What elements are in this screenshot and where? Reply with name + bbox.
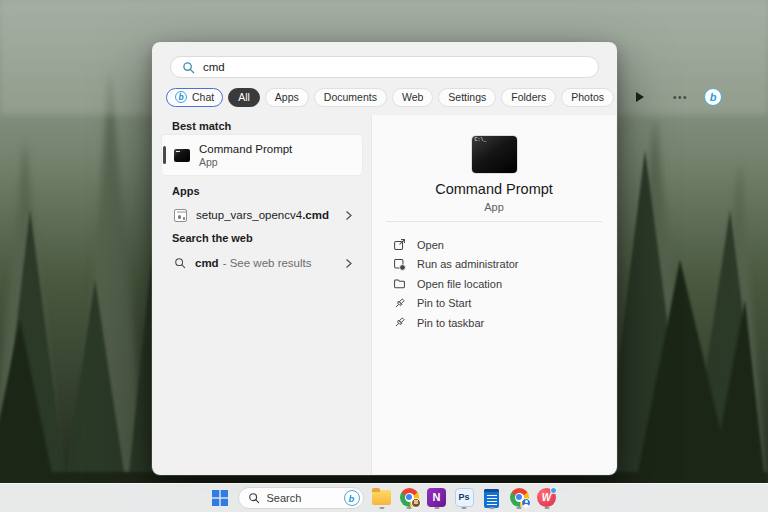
section-heading-search-web: Search the web bbox=[172, 232, 253, 244]
batch-file-icon bbox=[174, 209, 187, 222]
filter-tab-folders[interactable]: Folders bbox=[501, 88, 556, 107]
search-flyout: cmd b Chat All Apps Documents Web Settin… bbox=[152, 42, 617, 475]
result-web-search[interactable]: cmd - See web results bbox=[162, 249, 362, 277]
more-options-icon[interactable]: ••• bbox=[673, 92, 688, 103]
action-pin-to-taskbar[interactable]: Pin to taskbar bbox=[372, 313, 616, 333]
result-setup-vars-opencv4[interactable]: setup_vars_opencv4.cmd bbox=[162, 201, 362, 229]
result-title: Command Prompt bbox=[199, 142, 292, 156]
section-heading-apps: Apps bbox=[172, 185, 200, 197]
onenote-icon: N bbox=[427, 488, 446, 507]
chrome-icon bbox=[400, 488, 419, 507]
action-open[interactable]: Open bbox=[372, 235, 616, 255]
bing-icon[interactable]: b bbox=[704, 88, 722, 106]
filter-bar: b Chat All Apps Documents Web Settings F… bbox=[166, 87, 601, 107]
web-search-icon bbox=[174, 257, 186, 269]
action-pin-to-start[interactable]: Pin to Start bbox=[372, 294, 616, 314]
filter-tab-web[interactable]: Web bbox=[392, 88, 433, 107]
command-prompt-icon bbox=[174, 149, 190, 162]
photoshop-icon: Ps bbox=[455, 488, 474, 507]
preview-title: Command Prompt bbox=[372, 181, 616, 197]
file-ext: .cmd bbox=[302, 209, 329, 221]
expand-filters-icon[interactable] bbox=[636, 92, 644, 102]
divider bbox=[386, 221, 602, 222]
pin-icon bbox=[393, 297, 406, 310]
file-explorer-icon bbox=[372, 490, 391, 505]
folder-icon bbox=[393, 277, 406, 290]
filter-tab-documents[interactable]: Documents bbox=[314, 88, 387, 107]
desktop: cmd b Chat All Apps Documents Web Settin… bbox=[0, 0, 768, 512]
open-icon bbox=[393, 238, 406, 251]
web-suffix: - See web results bbox=[223, 257, 312, 269]
search-icon bbox=[248, 492, 260, 504]
action-label: Pin to Start bbox=[417, 297, 471, 309]
taskbar-chrome-profile-1[interactable] bbox=[400, 488, 419, 509]
action-label: Run as administrator bbox=[417, 258, 519, 270]
action-label: Pin to taskbar bbox=[417, 317, 484, 329]
taskbar-search-label: Search bbox=[267, 492, 337, 504]
command-prompt-large-icon bbox=[472, 136, 517, 173]
web-query: cmd bbox=[195, 257, 219, 269]
admin-icon bbox=[393, 258, 406, 271]
taskbar-wps-office[interactable]: W bbox=[537, 488, 556, 509]
bing-chat-icon: b bbox=[175, 91, 187, 103]
filter-tab-all[interactable]: All bbox=[228, 88, 260, 107]
result-subtitle: App bbox=[199, 156, 292, 169]
pin-icon bbox=[393, 316, 406, 329]
profile-avatar bbox=[411, 498, 421, 508]
filter-chat[interactable]: b Chat bbox=[166, 88, 223, 107]
action-label: Open bbox=[417, 239, 444, 251]
action-list: Open Run as administrator Open file loca… bbox=[372, 235, 616, 333]
start-button[interactable] bbox=[212, 490, 228, 506]
filter-tab-apps[interactable]: Apps bbox=[265, 88, 309, 107]
profile-avatar bbox=[521, 498, 531, 508]
action-open-file-location[interactable]: Open file location bbox=[372, 274, 616, 294]
selection-accent-bar bbox=[163, 146, 166, 164]
section-heading-best-match: Best match bbox=[172, 120, 231, 132]
search-input[interactable]: cmd bbox=[170, 56, 599, 78]
filter-tab-settings[interactable]: Settings bbox=[438, 88, 496, 107]
taskbar: Search b N Ps W bbox=[0, 483, 768, 512]
action-run-as-administrator[interactable]: Run as administrator bbox=[372, 255, 616, 275]
result-command-prompt[interactable]: Command Prompt App bbox=[162, 135, 362, 175]
action-label: Open file location bbox=[417, 278, 502, 290]
notebook-icon bbox=[484, 489, 499, 508]
taskbar-photoshop[interactable]: Ps bbox=[455, 488, 474, 509]
preview-subtitle: App bbox=[372, 201, 616, 213]
bing-icon: b bbox=[344, 490, 360, 506]
chevron-right-icon bbox=[344, 258, 353, 269]
chevron-right-icon bbox=[344, 210, 353, 221]
taskbar-onenote[interactable]: N bbox=[427, 488, 446, 509]
chrome-icon bbox=[510, 488, 529, 507]
search-query-text: cmd bbox=[203, 61, 225, 73]
filter-chat-label: Chat bbox=[192, 91, 214, 103]
taskbar-file-explorer[interactable] bbox=[372, 488, 391, 509]
taskbar-chrome-profile-2[interactable] bbox=[510, 488, 529, 509]
file-name: setup_vars_opencv4 bbox=[196, 209, 302, 221]
preview-pane: Command Prompt App Open bbox=[371, 115, 616, 474]
wps-office-icon: W bbox=[537, 488, 556, 507]
search-icon bbox=[182, 61, 195, 74]
filter-tab-photos[interactable]: Photos bbox=[561, 88, 614, 107]
taskbar-notebook-app[interactable] bbox=[482, 488, 501, 509]
taskbar-search-box[interactable]: Search b bbox=[238, 487, 364, 509]
